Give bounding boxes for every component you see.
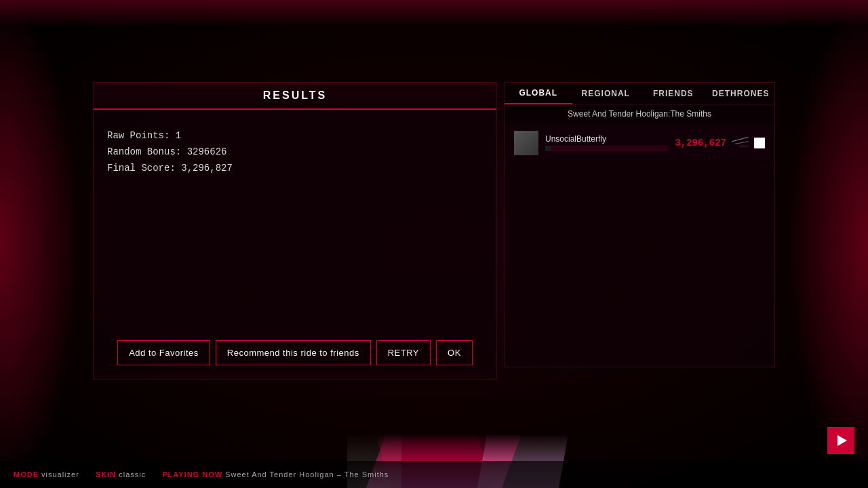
leaderboard-tabs: GLOBAL REGIONAL FRIENDS DETHRONES [505, 83, 774, 105]
avatar [514, 131, 538, 155]
leaderboard-body: UnsocialButterfly 3,296,627 [505, 123, 774, 367]
random-bonus-value: 3296626 [187, 146, 227, 157]
final-score-value: 3,296,827 [181, 163, 233, 174]
recommend-button[interactable]: Recommend this ride to friends [216, 340, 371, 365]
play-icon [837, 435, 847, 446]
deco-line-2 [735, 141, 749, 144]
leaderboard-song-title: Sweet And Tender Hooligan:The Smiths [505, 105, 774, 123]
panels-row: RESULTS Raw Points: 1 Random Bonus: 3296… [93, 82, 775, 380]
tab-global[interactable]: GLOBAL [505, 83, 572, 104]
main-container: RESULTS Raw Points: 1 Random Bonus: 3296… [0, 0, 868, 488]
raw-points-line: Raw Points: 1 [107, 130, 483, 141]
bottom-bar: MODEvisualizer SKINclassic PLAYING NOWSw… [0, 461, 868, 488]
ok-button[interactable]: OK [436, 340, 473, 365]
random-bonus-label: Random Bonus: [107, 146, 181, 157]
raw-points-label: Raw Points: [107, 130, 170, 141]
bottom-bar-info: MODEvisualizer SKINclassic PLAYING NOWSw… [14, 470, 854, 479]
avatar-placeholder [514, 131, 538, 155]
raw-points-value: 1 [176, 130, 181, 141]
results-buttons: Add to Favorites Recommend this ride to … [94, 327, 496, 379]
username-label: UnsocialButterfly [545, 134, 668, 144]
tab-dethrones[interactable]: DETHRONES [707, 83, 775, 104]
rank-icon [754, 138, 765, 148]
user-info: UnsocialButterfly [545, 134, 668, 151]
results-header: RESULTS [94, 83, 496, 110]
skin-value: classic [119, 470, 146, 479]
mode-label: MODE [14, 470, 39, 479]
retry-button[interactable]: RETRY [376, 340, 431, 365]
score-decoration [732, 138, 749, 148]
progress-bar [545, 146, 668, 151]
results-title: RESULTS [263, 89, 327, 101]
add-to-favorites-button[interactable]: Add to Favorites [117, 340, 210, 365]
play-button[interactable] [827, 427, 854, 454]
mode-value: visualizer [41, 470, 79, 479]
tab-regional[interactable]: REGIONAL [572, 83, 640, 104]
progress-fill [545, 146, 551, 151]
final-score-line: Final Score: 3,296,827 [107, 163, 483, 174]
table-row: UnsocialButterfly 3,296,627 [509, 127, 770, 159]
leaderboard-score: 3,296,627 [675, 138, 726, 148]
random-bonus-line: Random Bonus: 3296626 [107, 146, 483, 157]
skin-label: SKIN [96, 470, 116, 479]
playing-value: Sweet And Tender Hooligan – The Smiths [225, 470, 389, 479]
results-body: Raw Points: 1 Random Bonus: 3296626 Fina… [94, 110, 496, 327]
results-panel: RESULTS Raw Points: 1 Random Bonus: 3296… [93, 82, 497, 380]
leaderboard-panel: GLOBAL REGIONAL FRIENDS DETHRONES Sweet … [504, 82, 775, 367]
tab-friends[interactable]: FRIENDS [639, 83, 707, 104]
playing-label: PLAYING NOW [162, 470, 222, 479]
deco-line-3 [739, 146, 749, 146]
final-score-label: Final Score: [107, 163, 176, 174]
